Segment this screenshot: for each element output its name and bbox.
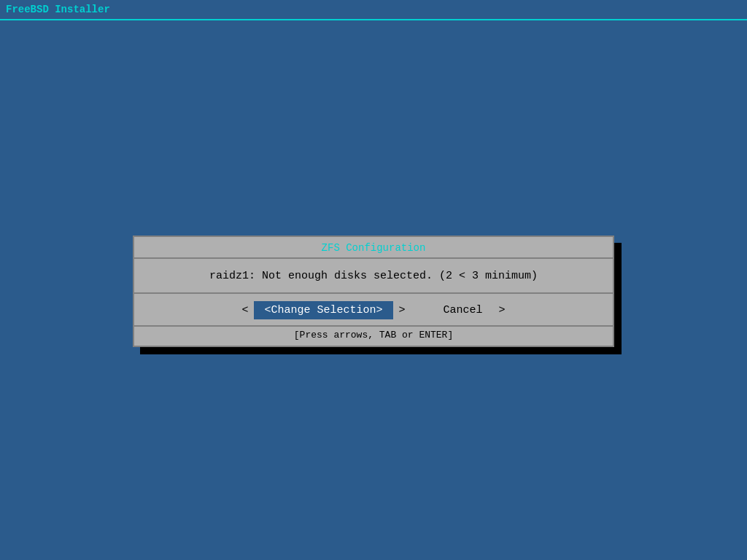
dialog-message: raidz1: Not enough disks selected. (2 < … <box>209 270 538 282</box>
dialog-title: ZFS Configuration <box>322 242 426 254</box>
app-title: FreeBSD Installer <box>6 4 110 15</box>
dialog-titlebar: ZFS Configuration <box>134 237 613 259</box>
dialog-content: raidz1: Not enough disks selected. (2 < … <box>134 259 613 294</box>
dialog-buttons: < <Change Selection> > Cancel > <box>134 294 613 325</box>
cancel-button[interactable]: Cancel <box>433 301 493 319</box>
cancel-right-arrow[interactable]: > <box>493 303 511 318</box>
main-area: ZFS Configuration raidz1: Not enough dis… <box>0 22 747 560</box>
dialog-container: ZFS Configuration raidz1: Not enough dis… <box>133 236 614 347</box>
right-arrow-button[interactable]: > <box>393 303 411 318</box>
top-bar: FreeBSD Installer <box>0 0 747 20</box>
dialog-hint: [Press arrows, TAB or ENTER] <box>134 325 613 346</box>
dialog-hint-text: [Press arrows, TAB or ENTER] <box>294 330 453 341</box>
left-arrow-button[interactable]: < <box>236 303 254 318</box>
dialog-box: ZFS Configuration raidz1: Not enough dis… <box>133 236 614 347</box>
change-selection-button[interactable]: <Change Selection> <box>254 301 392 319</box>
